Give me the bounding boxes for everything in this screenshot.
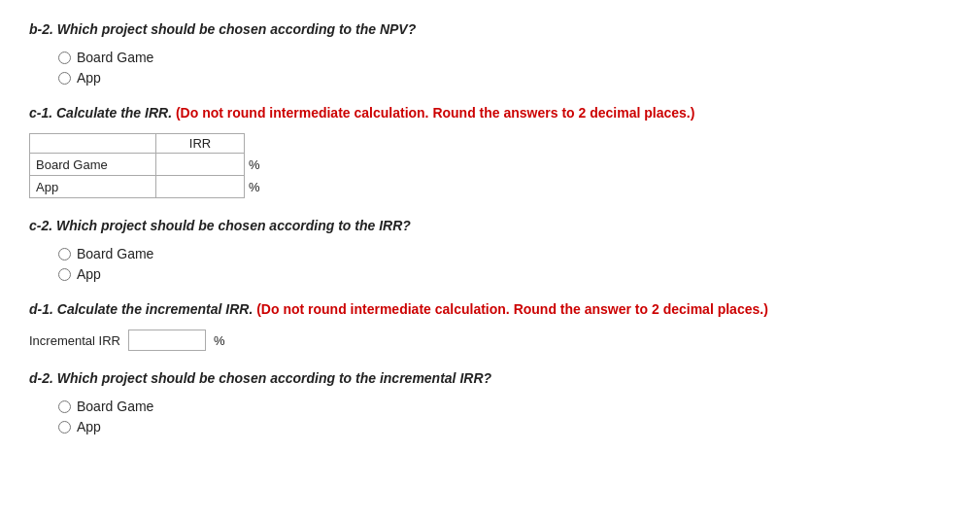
d1-unit: % bbox=[214, 333, 225, 348]
c1-table-header: IRR bbox=[156, 134, 245, 154]
d1-prefix: d-1. Calculate the incremental IRR. bbox=[29, 301, 256, 317]
c1-boardgame-input-cell[interactable] bbox=[156, 154, 245, 176]
c1-app-input-cell[interactable] bbox=[156, 176, 245, 198]
d1-section: d-1. Calculate the incremental IRR. (Do … bbox=[29, 299, 951, 351]
c2-radio-group: Board Game App bbox=[29, 246, 951, 282]
c1-row-app: App % bbox=[30, 176, 265, 198]
d1-highlight: (Do not round intermediate calculation. … bbox=[256, 301, 768, 317]
c1-highlight: (Do not round intermediate calculation. … bbox=[176, 105, 694, 121]
c2-radio-boardgame[interactable] bbox=[58, 248, 71, 260]
b2-option-boardgame[interactable]: Board Game bbox=[58, 50, 951, 65]
c2-radio-app[interactable] bbox=[58, 268, 71, 281]
c1-irr-table: IRR Board Game % App % bbox=[29, 133, 265, 198]
c2-option-app[interactable]: App bbox=[58, 266, 951, 282]
d1-input[interactable] bbox=[128, 330, 206, 351]
b2-section: b-2. Which project should be chosen acco… bbox=[29, 19, 951, 86]
d2-option-boardgame[interactable]: Board Game bbox=[58, 399, 951, 414]
c2-question: c-2. Which project should be chosen acco… bbox=[29, 216, 951, 236]
c1-question: c-1. Calculate the IRR. (Do not round in… bbox=[29, 103, 951, 123]
b2-radio-boardgame[interactable] bbox=[58, 52, 71, 64]
c1-prefix: c-1. Calculate the IRR. bbox=[29, 105, 176, 121]
c1-section: c-1. Calculate the IRR. (Do not round in… bbox=[29, 103, 951, 198]
c2-section: c-2. Which project should be chosen acco… bbox=[29, 216, 951, 282]
d2-section: d-2. Which project should be chosen acco… bbox=[29, 368, 951, 434]
c1-app-input[interactable] bbox=[156, 176, 244, 197]
c2-option-boardgame[interactable]: Board Game bbox=[58, 246, 951, 261]
d2-radio-group: Board Game App bbox=[29, 399, 951, 434]
b2-label-app: App bbox=[77, 70, 101, 86]
d1-input-row: Incremental IRR % bbox=[29, 330, 951, 351]
d2-question: d-2. Which project should be chosen acco… bbox=[29, 368, 951, 389]
b2-option-app[interactable]: App bbox=[58, 70, 951, 86]
c1-boardgame-input[interactable] bbox=[156, 154, 244, 175]
b2-radio-app[interactable] bbox=[58, 72, 71, 85]
c1-boardgame-unit: % bbox=[245, 154, 265, 176]
d1-question: d-1. Calculate the incremental IRR. (Do … bbox=[29, 299, 951, 320]
c1-app-label: App bbox=[30, 176, 156, 198]
c2-label-app: App bbox=[77, 266, 101, 282]
c1-boardgame-label: Board Game bbox=[30, 154, 156, 176]
c1-app-unit: % bbox=[245, 176, 265, 198]
b2-radio-group: Board Game App bbox=[29, 50, 951, 86]
d2-label-app: App bbox=[77, 419, 101, 434]
d2-label-boardgame: Board Game bbox=[77, 399, 153, 414]
c2-label-boardgame: Board Game bbox=[77, 246, 153, 261]
d1-label: Incremental IRR bbox=[29, 333, 120, 348]
d2-radio-app[interactable] bbox=[58, 421, 71, 434]
d2-radio-boardgame[interactable] bbox=[58, 400, 71, 413]
b2-label-boardgame: Board Game bbox=[77, 50, 153, 65]
d2-option-app[interactable]: App bbox=[58, 419, 951, 434]
b2-question: b-2. Which project should be chosen acco… bbox=[29, 19, 951, 40]
c1-row-boardgame: Board Game % bbox=[30, 154, 265, 176]
